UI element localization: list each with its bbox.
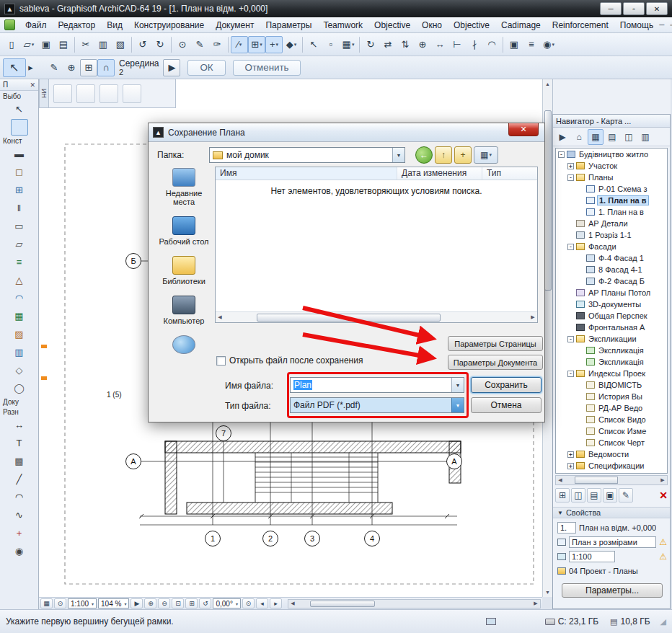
wall-tool[interactable]: ▬ (11, 146, 28, 162)
scroll-left-icon[interactable]: ◀ (288, 599, 297, 608)
text-tool[interactable]: T (11, 435, 28, 451)
view-id-field[interactable]: 1. (557, 522, 576, 534)
scroll-right-icon[interactable]: ▶ (531, 599, 540, 608)
palette-close-icon[interactable]: ✕ (30, 81, 35, 89)
place-recent[interactable]: Недавние места (156, 168, 212, 206)
publisher-icon[interactable]: ▥ (637, 129, 653, 145)
scroll-right-icon[interactable]: ▸ (270, 598, 282, 608)
place-libraries[interactable]: Библиотеки (156, 256, 212, 285)
undo-icon[interactable]: ↺ (134, 36, 151, 53)
marquee-tool[interactable] (11, 119, 28, 136)
stair-tool[interactable]: ≡ (11, 254, 28, 270)
tree-item[interactable]: - Фасади (556, 241, 667, 252)
roof-tool[interactable]: △ (11, 272, 28, 288)
zoom-in-icon[interactable]: ⊕ (144, 598, 156, 608)
more-zoom-options-icon[interactable]: ▶ (131, 598, 143, 608)
delete-item-button[interactable]: ✕ (659, 490, 668, 501)
scroll-right-icon[interactable]: ▶ (529, 312, 537, 323)
rotate-icon[interactable]: ↻ (362, 36, 379, 53)
scroll-right-icon[interactable]: ▶ (658, 476, 667, 485)
menu-objective[interactable]: Objective (368, 19, 416, 32)
more-options-button[interactable]: ▶ (163, 59, 180, 76)
dimension-tool[interactable]: ↔ (11, 417, 28, 433)
up-folder-button[interactable]: ↑ (435, 146, 452, 164)
nav-collapse-icon[interactable]: ▶ (554, 129, 570, 145)
navigator-header[interactable]: Навигатор - Карта ... (553, 115, 670, 128)
menu-objective-2[interactable]: Objective (448, 19, 495, 32)
properties-section-header[interactable]: ▼ Свойства (553, 507, 670, 518)
cut-icon[interactable]: ✂ (77, 36, 94, 53)
new-viewpoint-icon[interactable]: ▤ (587, 488, 601, 503)
file-list-scrollbar[interactable]: ◀ ▶ (216, 311, 537, 322)
document-options-button[interactable]: Параметры Документа (448, 355, 543, 370)
tree-item[interactable]: + Спецификации (556, 460, 667, 472)
tree-item[interactable]: + Участок (556, 160, 667, 172)
tree-item[interactable]: Список Видо (556, 414, 667, 425)
filename-input[interactable]: Plan ▼ (290, 377, 464, 393)
tree-expander-icon[interactable]: + (567, 463, 574, 469)
stretch-icon[interactable]: ↔ (431, 36, 448, 53)
tree-item[interactable]: РД-АР Ведо (556, 402, 667, 414)
scale-value[interactable]: 1:100 (569, 551, 615, 562)
info-box-tab[interactable]: ИН (40, 79, 49, 107)
project-map-icon[interactable]: ▦ (588, 129, 604, 145)
view-map-icon[interactable]: ▤ (604, 129, 620, 145)
maximize-button[interactable]: ▫ (623, 2, 645, 15)
tree-item[interactable]: Список Черт (556, 437, 667, 448)
mdi-minimize-icon[interactable]: ─ (659, 21, 664, 29)
place-desktop[interactable]: Рабочий стол (156, 216, 212, 246)
multiply-icon[interactable]: ⊕ (414, 36, 431, 53)
tree-horizontal-scrollbar[interactable]: ◀ ▶ (555, 475, 668, 485)
beam-tool[interactable]: ▭ (11, 218, 28, 234)
reset-orientation-icon[interactable]: ⊙ (242, 598, 255, 608)
new-document-icon[interactable]: ▯ (3, 36, 20, 53)
view-setting-value[interactable]: План з розмірами (569, 536, 656, 548)
menu-view[interactable]: Вид (101, 19, 128, 32)
zoom-previous-icon[interactable]: ⊙ (174, 36, 191, 53)
scroll-down-icon[interactable]: ▼ (544, 588, 552, 597)
tree-item[interactable]: АР Детали (556, 218, 667, 229)
menu-help[interactable]: Помощь (614, 19, 659, 32)
file-list[interactable]: Имя Дата изменения Тип Нет элементов, уд… (215, 167, 538, 323)
rotation-angle-field[interactable]: 0,00°▾ (213, 598, 240, 608)
menu-file[interactable]: Файл (19, 19, 53, 32)
scroll-left-icon[interactable]: ◀ (216, 312, 224, 323)
project-chooser-icon[interactable]: ⌂ (571, 129, 587, 145)
redo-icon[interactable]: ↻ (151, 36, 169, 53)
flyout-arrow-icon[interactable]: ▸ (26, 59, 35, 76)
fit-in-window-icon[interactable]: ⊡ (172, 598, 184, 608)
tree-item[interactable]: Экспликація (556, 356, 667, 368)
scroll-left-icon[interactable]: ◀ (556, 476, 565, 485)
chevron-down-icon[interactable]: ▼ (451, 378, 464, 392)
zone-tool[interactable]: ▨ (11, 326, 28, 342)
new-folder-button[interactable]: + (454, 146, 472, 164)
guide-lines-icon[interactable]: ∕▾ (231, 36, 248, 53)
folder-combobox[interactable]: мой домик ▼ (209, 147, 405, 163)
snap-grid-icon[interactable]: ⊞▾ (248, 36, 265, 53)
scroll-thumb[interactable] (575, 477, 618, 484)
ok-button[interactable]: ОК (187, 60, 225, 76)
mesh-tool[interactable]: ▦ (11, 308, 28, 324)
cancel-button[interactable]: Отмена (471, 397, 541, 413)
tree-item[interactable]: АР Планы Потол (556, 287, 667, 298)
tree-item[interactable]: 1 Розріз 1-1 (556, 229, 667, 241)
previous-view-icon[interactable]: ↺ (199, 598, 211, 608)
chevron-down-icon[interactable]: ▼ (451, 398, 464, 412)
door-tool[interactable]: ◻ (11, 164, 28, 180)
hotspot-tool[interactable]: + (11, 525, 28, 541)
tree-item[interactable]: Фронтальная А (556, 322, 667, 333)
print-icon[interactable]: ▤ (55, 36, 72, 53)
menu-editor[interactable]: Редактор (53, 19, 102, 32)
tree-expander-icon[interactable]: - (567, 371, 574, 377)
scale-field[interactable]: 1:100▾ (68, 598, 97, 608)
zoom-field[interactable]: 104 %▾ (98, 598, 129, 608)
clone-folder-icon[interactable]: ◫ (571, 488, 585, 503)
tree-expander-icon[interactable]: - (567, 244, 574, 250)
marquee-mode-icon[interactable]: ▫ (322, 36, 340, 53)
views-button[interactable]: ▦▾ (474, 146, 498, 164)
morph-tool[interactable]: ◇ (11, 362, 28, 379)
marquee-single-icon[interactable] (53, 84, 72, 103)
inject-parameters-icon[interactable]: ✑ (208, 36, 226, 53)
quick-options-icon[interactable]: ▦ (40, 598, 53, 608)
place-network[interactable] (156, 335, 212, 356)
